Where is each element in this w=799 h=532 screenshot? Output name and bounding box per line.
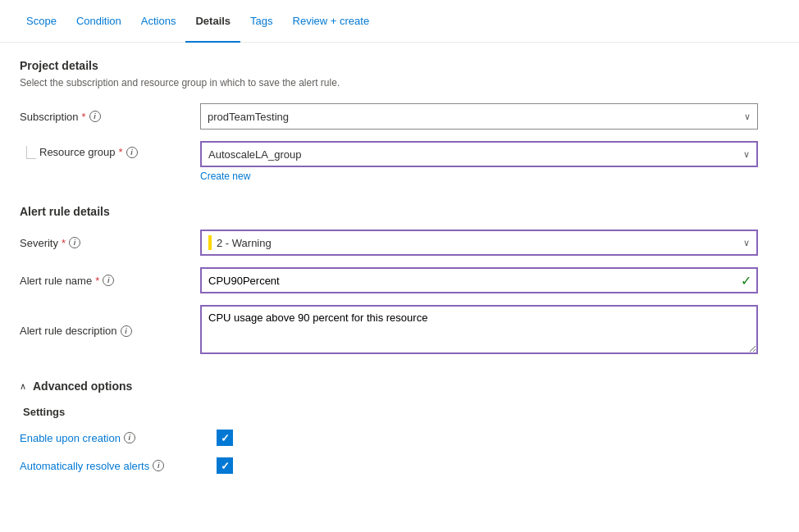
advanced-options-header[interactable]: ∧ Advanced options <box>20 380 779 393</box>
auto-resolve-checkbox[interactable]: ✓ <box>217 457 233 474</box>
auto-resolve-info-icon[interactable]: i <box>153 460 164 471</box>
severity-indicator <box>208 235 212 250</box>
tab-review-create[interactable]: Review + create <box>283 0 380 43</box>
enable-upon-creation-info-icon[interactable]: i <box>124 432 135 443</box>
project-details-section: Project details Select the subscription … <box>20 59 779 182</box>
advanced-options-section: ∧ Advanced options Settings Enable upon … <box>20 380 779 474</box>
subscription-select[interactable]: prodTeamTesting ∨ <box>200 103 758 130</box>
resource-group-label: Resource group * i <box>39 146 138 158</box>
alert-rule-name-check-icon: ✓ <box>741 273 751 289</box>
enable-upon-creation-checkbox[interactable]: ✓ <box>217 430 233 446</box>
alert-rule-details-section: Alert rule details Severity * i 2 - Warn… <box>20 205 779 357</box>
severity-info-icon[interactable]: i <box>69 237 80 248</box>
settings-title: Settings <box>20 406 779 418</box>
subscription-info-icon[interactable]: i <box>89 111 101 122</box>
resource-group-select[interactable]: AutoscaleLA_group ∨ <box>200 141 758 167</box>
tab-actions[interactable]: Actions <box>131 0 186 43</box>
subscription-value: prodTeamTesting <box>208 111 289 123</box>
create-new-link[interactable]: Create new <box>200 171 758 182</box>
alert-rule-name-control: ✓ <box>200 267 758 293</box>
alert-rule-name-input[interactable] <box>200 267 758 293</box>
severity-dropdown-arrow: ∨ <box>743 238 750 248</box>
severity-label: Severity * i <box>20 237 200 249</box>
severity-row: Severity * i 2 - Warning ∨ <box>20 230 779 256</box>
tab-condition[interactable]: Condition <box>66 0 131 43</box>
enable-upon-creation-row: Enable upon creation i ✓ <box>20 430 779 446</box>
alert-rule-desc-control: CPU usage above 90 percent for this reso… <box>200 305 758 357</box>
subscription-label: Subscription * i <box>20 111 200 123</box>
main-content: Project details Select the subscription … <box>0 43 799 502</box>
resource-group-required: * <box>119 146 123 158</box>
severity-select[interactable]: 2 - Warning ∨ <box>200 230 758 256</box>
tab-scope[interactable]: Scope <box>16 0 66 43</box>
alert-rule-name-input-wrap: ✓ <box>200 267 758 293</box>
tab-tags[interactable]: Tags <box>240 0 282 43</box>
enable-upon-creation-check-icon: ✓ <box>221 432 230 444</box>
severity-value: 2 - Warning <box>208 235 272 250</box>
resource-group-value: AutoscaleLA_group <box>208 148 301 161</box>
alert-rule-desc-row: Alert rule description i CPU usage above… <box>20 305 779 357</box>
nav-tabs: Scope Condition Actions Details Tags Rev… <box>0 0 799 43</box>
alert-rule-desc-info-icon[interactable]: i <box>121 325 132 337</box>
alert-rule-name-label: Alert rule name * i <box>20 275 200 287</box>
project-details-desc: Select the subscription and resource gro… <box>20 77 779 89</box>
alert-rule-name-required: * <box>95 275 99 287</box>
project-details-title: Project details <box>20 59 779 72</box>
alert-rule-desc-label: Alert rule description i <box>20 325 200 337</box>
alert-rule-desc-textarea[interactable]: CPU usage above 90 percent for this reso… <box>200 305 758 354</box>
severity-control: 2 - Warning ∨ <box>200 230 758 256</box>
advanced-options-title: Advanced options <box>33 380 132 393</box>
subscription-dropdown-arrow: ∨ <box>744 111 751 122</box>
advanced-options-chevron: ∧ <box>20 381 26 392</box>
alert-rule-name-row: Alert rule name * i ✓ <box>20 267 779 293</box>
resource-group-control: AutoscaleLA_group ∨ Create new <box>200 141 758 182</box>
auto-resolve-check-icon: ✓ <box>221 460 230 472</box>
auto-resolve-row: Automatically resolve alerts i ✓ <box>20 457 779 474</box>
severity-required: * <box>62 237 66 249</box>
alert-rule-details-title: Alert rule details <box>20 205 779 218</box>
subscription-required: * <box>82 111 86 123</box>
alert-rule-name-info-icon[interactable]: i <box>103 275 114 286</box>
subscription-row: Subscription * i prodTeamTesting ∨ <box>20 103 779 130</box>
auto-resolve-label: Automatically resolve alerts i <box>20 460 217 472</box>
subscription-control: prodTeamTesting ∨ <box>200 103 758 130</box>
tab-details[interactable]: Details <box>185 0 240 43</box>
resource-group-dropdown-arrow: ∨ <box>743 149 750 160</box>
resource-group-info-icon[interactable]: i <box>126 147 138 158</box>
enable-upon-creation-label: Enable upon creation i <box>20 432 217 444</box>
